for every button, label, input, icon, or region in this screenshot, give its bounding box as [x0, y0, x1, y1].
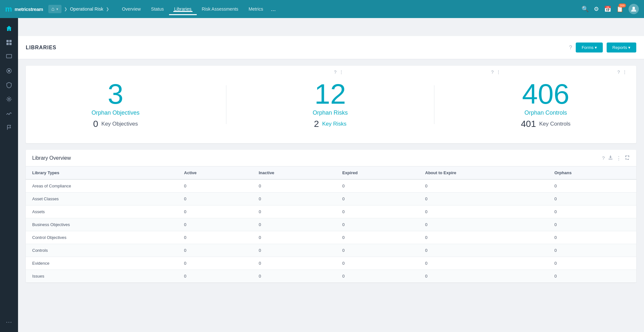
user-avatar[interactable]	[629, 4, 639, 14]
widget3-help-icon[interactable]: ?	[617, 70, 620, 75]
library-download-icon[interactable]	[608, 155, 613, 161]
page-title: LIBRARIES	[26, 45, 56, 51]
col-inactive: Inactive	[252, 166, 336, 179]
sidebar-more-icon[interactable]: ···	[3, 315, 15, 328]
cell-type: Assets	[26, 205, 178, 218]
stat-divider-1	[226, 85, 226, 124]
table-row[interactable]: Business Objectives 0 0 0 0 0	[26, 218, 636, 231]
logo-area[interactable]: m metricstream	[5, 5, 43, 14]
sidebar-analytics-icon[interactable]	[3, 64, 15, 77]
orphan-risks-number: 12	[313, 80, 348, 108]
widget1-menu-icon[interactable]: ⋮	[496, 70, 501, 75]
sidebar-dashboard-icon[interactable]	[3, 36, 15, 49]
cell-inactive: 0	[252, 231, 336, 244]
cell-about-to-expire: 0	[419, 270, 548, 283]
orphan-objectives-label: Orphan Objectives	[91, 109, 139, 116]
table-row[interactable]: Asset Classes 0 0 0 0 0	[26, 193, 636, 205]
cell-about-to-expire: 0	[419, 231, 548, 244]
search-icon[interactable]: 🔍	[582, 5, 589, 13]
table-row[interactable]: Evidence 0 0 0 0 0	[26, 257, 636, 270]
nav-risk-assessments[interactable]: Risk Assessments	[197, 4, 244, 14]
nav-overview[interactable]: Overview	[117, 4, 146, 14]
table-row[interactable]: Controls 0 0 0 0 0	[26, 244, 636, 257]
cell-orphans: 0	[548, 193, 636, 205]
library-help-icon[interactable]: ?	[602, 155, 605, 161]
cell-active: 0	[178, 257, 252, 270]
cell-orphans: 0	[548, 257, 636, 270]
nav-links: Overview Status Libraries Risk Assessmen…	[117, 3, 582, 15]
sidebar-chart-icon[interactable]	[3, 107, 15, 120]
cell-expired: 0	[336, 205, 419, 218]
cell-expired: 0	[336, 231, 419, 244]
cell-active: 0	[178, 205, 252, 218]
col-active: Active	[178, 166, 252, 179]
cell-inactive: 0	[252, 244, 336, 257]
cell-inactive: 0	[252, 205, 336, 218]
col-orphans: Orphans	[548, 166, 636, 179]
orphan-controls-label: Orphan Controls	[521, 109, 571, 116]
sidebar-shield-icon[interactable]	[3, 79, 15, 91]
table-row[interactable]: Control Objectives 0 0 0 0 0	[26, 231, 636, 244]
cell-expired: 0	[336, 244, 419, 257]
widget1-icons: ? ⋮	[491, 70, 501, 75]
library-expand-icon[interactable]	[625, 155, 630, 161]
key-risks-label: Key Risks	[322, 121, 346, 127]
orphan-objectives-number: 3	[91, 80, 139, 108]
settings-icon[interactable]: ⚙	[594, 5, 599, 13]
cell-expired: 0	[336, 193, 419, 205]
nav-libraries[interactable]: Libraries	[169, 4, 197, 15]
breadcrumb-chevron: ❯	[64, 7, 67, 11]
left-sidebar: ···	[0, 18, 18, 332]
widget3-menu-icon[interactable]: ⋮	[622, 70, 627, 75]
library-overview-header: Library Overview ? ⋮	[26, 150, 636, 166]
cell-orphans: 0	[548, 231, 636, 244]
page-header: LIBRARIES ? Forms ▾ Reports ▾	[18, 36, 644, 59]
cell-orphans: 0	[548, 205, 636, 218]
home-nav-icon[interactable]: ⌂ ▾	[48, 5, 62, 13]
key-objectives-label: Key Objectives	[101, 121, 138, 127]
library-overview-title: Library Overview	[32, 155, 71, 161]
table-row[interactable]: Assets 0 0 0 0 0	[26, 205, 636, 218]
cell-orphans: 0	[548, 244, 636, 257]
cell-expired: 0	[336, 270, 419, 283]
active-nav-indicator	[173, 11, 193, 12]
key-risks-number: 2	[314, 119, 319, 129]
sidebar-home-icon[interactable]	[3, 22, 15, 35]
reports-button[interactable]: Reports ▾	[607, 43, 636, 52]
col-expired: Expired	[336, 166, 419, 179]
orphan-risks-widget: 12 Orphan Risks 2 Key Risks	[293, 73, 367, 136]
forms-button[interactable]: Forms ▾	[576, 43, 602, 52]
top-navigation: m metricstream ⌂ ▾ ❯ Operational Risk ❯ …	[0, 0, 644, 18]
notifications-icon[interactable]: 📋 200	[616, 5, 623, 13]
nav-status[interactable]: Status	[146, 4, 169, 14]
breadcrumb: ⌂ ▾ ❯ Operational Risk ❯	[48, 5, 110, 13]
sidebar-gear-icon[interactable]	[3, 93, 15, 106]
widget1-help-icon[interactable]: ?	[491, 70, 494, 75]
library-table-container[interactable]: Library Types Active Inactive Expired Ab…	[26, 166, 636, 282]
cell-active: 0	[178, 193, 252, 205]
key-controls-label: Key Controls	[539, 121, 570, 127]
breadcrumb-operational-risk[interactable]: Operational Risk	[70, 6, 103, 12]
stats-container: ? ⋮ ? ⋮ ? ⋮ 3 Orphan Objectives 0 Key Ob…	[26, 66, 636, 143]
cell-active: 0	[178, 231, 252, 244]
table-row[interactable]: Issues 0 0 0 0 0	[26, 270, 636, 283]
col-about-to-expire: About to Expire	[419, 166, 548, 179]
cell-active: 0	[178, 244, 252, 257]
sidebar-monitor-icon[interactable]	[3, 50, 15, 63]
calendar-icon[interactable]: 📅	[604, 5, 611, 13]
library-header-actions: ? ⋮	[602, 155, 630, 161]
cell-about-to-expire: 0	[419, 179, 548, 193]
cell-orphans: 0	[548, 218, 636, 231]
main-content: LIBRARIES ? Forms ▾ Reports ▾ ? ⋮ ? ⋮ ? …	[18, 36, 644, 332]
nav-metrics[interactable]: Metrics	[243, 4, 268, 14]
library-menu-icon[interactable]: ⋮	[616, 155, 621, 161]
cell-inactive: 0	[252, 193, 336, 205]
nav-more-icon[interactable]: ...	[268, 3, 278, 15]
help-icon[interactable]: ?	[569, 45, 572, 51]
key-controls-number: 401	[521, 119, 536, 129]
table-row[interactable]: Areas of Compliance 0 0 0 0 0	[26, 179, 636, 193]
svg-rect-2	[9, 40, 12, 42]
key-objectives-sub: 0 Key Objectives	[91, 119, 139, 129]
sidebar-flag-icon[interactable]	[3, 121, 15, 134]
cell-type: Issues	[26, 270, 178, 283]
